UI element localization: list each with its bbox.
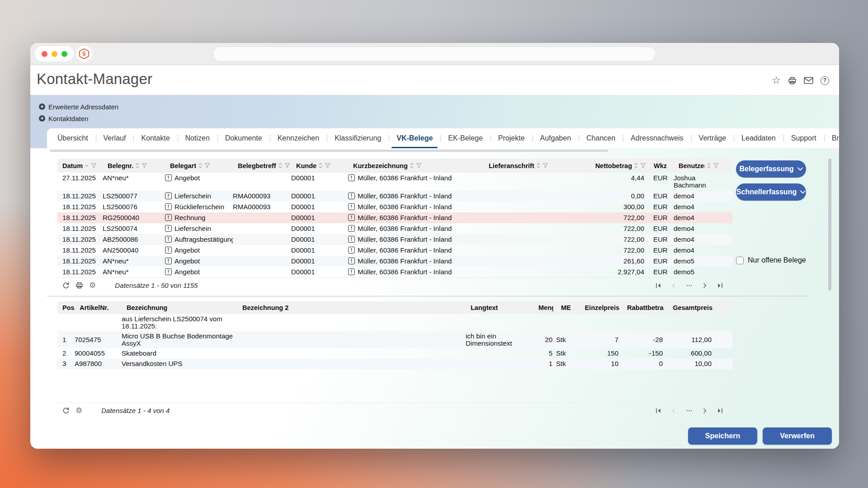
first-page-icon[interactable]: [655, 282, 662, 289]
email-icon[interactable]: [804, 77, 813, 84]
filter-icon[interactable]: [713, 163, 719, 169]
previous-page-icon[interactable]: [670, 408, 677, 414]
column-header[interactable]: Lieferanschrift: [484, 162, 585, 169]
tab-verlauf[interactable]: Verlauf: [96, 128, 134, 148]
column-header[interactable]: Langtext: [466, 304, 533, 311]
tab-chancen[interactable]: Chancen: [579, 128, 623, 148]
filter-icon[interactable]: [640, 163, 646, 169]
filter-icon[interactable]: [325, 163, 330, 169]
position-row[interactable]: 2 90004055 Skateboard 5 Stk 150 -150 600…: [57, 348, 732, 359]
column-header[interactable]: Rabattbetrag: [622, 304, 666, 311]
address-bar[interactable]: [213, 47, 656, 61]
vertical-scrollbar[interactable]: [828, 159, 831, 291]
more-pages-icon[interactable]: [686, 282, 693, 289]
horizontal-scrollbar[interactable]: [50, 150, 608, 152]
tab-branchen[interactable]: Branchen: [824, 128, 839, 148]
filter-icon[interactable]: [542, 163, 548, 169]
tab-notizen[interactable]: Notizen: [178, 128, 217, 148]
tab-ek-belege[interactable]: EK-Belege: [440, 128, 491, 148]
first-page-icon[interactable]: [655, 408, 662, 414]
speichern-button[interactable]: Speichern: [688, 427, 757, 445]
last-page-icon[interactable]: [717, 282, 723, 289]
refresh-icon[interactable]: [62, 282, 70, 289]
filter-icon[interactable]: [91, 163, 97, 169]
checkbox-box[interactable]: [736, 257, 744, 264]
next-page-icon[interactable]: [701, 408, 708, 414]
nur-offene-belege-checkbox[interactable]: Nur offene Belege: [736, 256, 822, 264]
sort-icon[interactable]: [410, 162, 414, 169]
tab-dokumente[interactable]: Dokumente: [217, 128, 270, 148]
print-icon[interactable]: [788, 77, 797, 84]
position-row[interactable]: aus Lieferschein LS2500074 vom 18.11.202…: [57, 314, 732, 331]
last-page-icon[interactable]: [717, 408, 723, 414]
document-row[interactable]: 18.11.2025 LS2500074 Lieferschein D00001…: [57, 223, 732, 234]
close-window-button[interactable]: [42, 51, 47, 57]
filter-icon[interactable]: [284, 163, 290, 169]
tab-kennzeichen[interactable]: Kennzeichen: [270, 128, 327, 148]
table-settings-icon[interactable]: ⚙: [75, 406, 82, 415]
previous-page-icon[interactable]: [670, 282, 677, 289]
tab-adressnachweis[interactable]: Adressnachweis: [623, 128, 691, 148]
refresh-icon[interactable]: [62, 407, 70, 414]
table-settings-icon[interactable]: ⚙: [89, 281, 96, 290]
sort-icon[interactable]: [707, 162, 711, 169]
position-row[interactable]: 3 A987800 Versandkosten UPS 1 Stk 10 0 1…: [57, 359, 732, 369]
verwerfen-button[interactable]: Verwerfen: [763, 427, 832, 445]
column-header[interactable]: Belegart: [165, 162, 233, 169]
position-row[interactable]: 1 7025475 Micro USB B Buchse Bodenmontag…: [57, 331, 732, 348]
document-row[interactable]: 18.11.2025 AN*neu* Angebot D00001 Müller…: [57, 256, 732, 267]
column-header[interactable]: Belegnr.: [103, 162, 165, 169]
filter-icon[interactable]: [204, 163, 210, 169]
print-table-icon[interactable]: [75, 282, 83, 289]
sort-icon[interactable]: [198, 162, 203, 169]
column-header[interactable]: Pos.: [57, 304, 75, 311]
tab-verträge[interactable]: Verträge: [691, 128, 734, 148]
sort-icon[interactable]: [536, 162, 541, 169]
tab-klassifizierung[interactable]: Klassifizierung: [327, 128, 389, 148]
filter-icon[interactable]: [416, 163, 422, 169]
column-header[interactable]: Datum: [57, 162, 103, 169]
tab-projekte[interactable]: Projekte: [491, 128, 533, 148]
sort-icon[interactable]: [318, 162, 323, 169]
zoom-window-button[interactable]: [61, 51, 67, 57]
sort-icon[interactable]: [634, 162, 638, 169]
document-row[interactable]: 18.11.2025 LS2500077 Lieferschein RMA000…: [57, 191, 732, 202]
sort-icon[interactable]: [278, 162, 283, 169]
minimize-window-button[interactable]: [52, 51, 57, 57]
column-header[interactable]: Menge: [533, 304, 556, 311]
expander-kontaktdaten[interactable]: + Kontaktdaten: [39, 113, 118, 124]
column-header[interactable]: Einzelpreis: [577, 304, 622, 311]
belegerfassung-button[interactable]: Belegerfassung: [736, 160, 806, 178]
schnellerfassung-button[interactable]: Schnellerfassung: [736, 183, 806, 201]
filter-icon[interactable]: [142, 163, 147, 169]
column-header[interactable]: Bezeichnung: [122, 304, 237, 311]
sort-icon[interactable]: [135, 162, 140, 169]
tab-vk-belege[interactable]: VK-Belege: [389, 128, 440, 148]
column-header[interactable]: Kunde: [291, 162, 348, 169]
document-row[interactable]: 27.11.2025 AN*neu* Angebot D00001 Müller…: [57, 173, 732, 191]
document-row[interactable]: 18.11.2025 AN2500040 Angebot D00001 Müll…: [57, 245, 732, 256]
expander-erweiterte-adressdaten[interactable]: + Erweiterte Adressdaten: [39, 101, 118, 113]
column-header[interactable]: Belegbetreff: [233, 162, 291, 169]
document-row[interactable]: 18.11.2025 RG2500040 Rechnung D00001 Mül…: [57, 212, 732, 223]
column-header[interactable]: Bezeichnung 2: [237, 304, 466, 311]
column-header[interactable]: Wkz: [649, 162, 674, 169]
tab-leaddaten[interactable]: Leaddaten: [734, 128, 783, 148]
sort-desc-icon[interactable]: [85, 162, 89, 169]
column-header[interactable]: Gesamtpreis: [666, 304, 715, 311]
tab-kontakte[interactable]: Kontakte: [133, 128, 177, 148]
column-header[interactable]: ArtikelNr.: [75, 304, 122, 311]
help-icon[interactable]: ?: [821, 76, 829, 85]
document-row[interactable]: 18.11.2025 AN*neu* Angebot D00001 Müller…: [57, 267, 732, 277]
column-header[interactable]: Kurzbezeichnung: [348, 162, 484, 169]
document-row[interactable]: 18.11.2025 AB2500086 Auftragsbestätigung…: [57, 234, 732, 245]
more-pages-icon[interactable]: [686, 408, 693, 414]
column-header[interactable]: Nettobetrag: [585, 162, 649, 169]
column-header[interactable]: Benutzer: [674, 162, 719, 169]
tab-aufgaben[interactable]: Aufgaben: [533, 128, 579, 148]
favorite-star-icon[interactable]: ☆: [772, 76, 781, 85]
tab-übersicht[interactable]: Übersicht: [50, 128, 96, 148]
tab-support[interactable]: Support: [783, 128, 824, 148]
document-row[interactable]: 18.11.2025 LS2500076 Rücklieferschein RM…: [57, 202, 732, 212]
column-header[interactable]: ME: [556, 304, 577, 311]
